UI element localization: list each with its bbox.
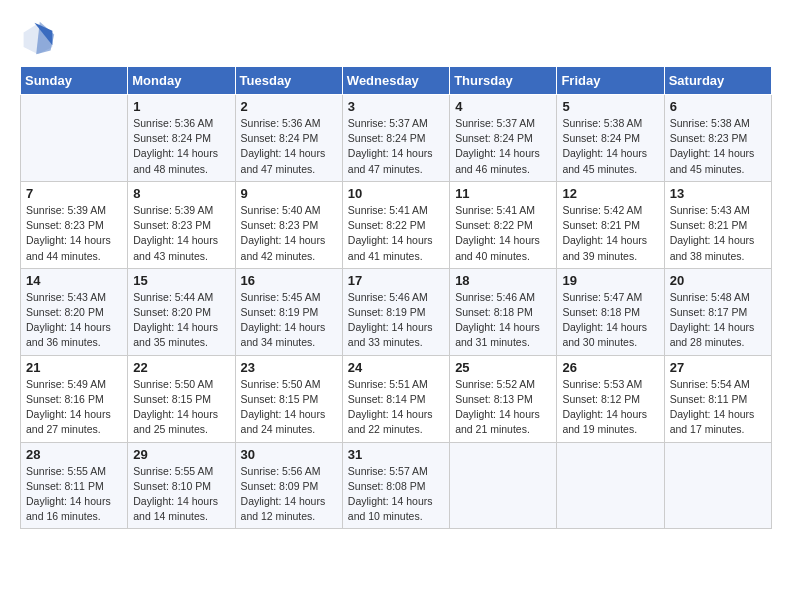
calendar-cell: 23Sunrise: 5:50 AM Sunset: 8:15 PM Dayli… [235, 355, 342, 442]
day-info: Sunrise: 5:38 AM Sunset: 8:23 PM Dayligh… [670, 116, 766, 177]
day-info: Sunrise: 5:53 AM Sunset: 8:12 PM Dayligh… [562, 377, 658, 438]
calendar-cell: 29Sunrise: 5:55 AM Sunset: 8:10 PM Dayli… [128, 442, 235, 529]
day-info: Sunrise: 5:46 AM Sunset: 8:19 PM Dayligh… [348, 290, 444, 351]
calendar-cell: 5Sunrise: 5:38 AM Sunset: 8:24 PM Daylig… [557, 95, 664, 182]
day-number: 18 [455, 273, 551, 288]
calendar-cell: 22Sunrise: 5:50 AM Sunset: 8:15 PM Dayli… [128, 355, 235, 442]
day-info: Sunrise: 5:44 AM Sunset: 8:20 PM Dayligh… [133, 290, 229, 351]
day-number: 12 [562, 186, 658, 201]
day-number: 13 [670, 186, 766, 201]
day-number: 22 [133, 360, 229, 375]
calendar-cell: 8Sunrise: 5:39 AM Sunset: 8:23 PM Daylig… [128, 181, 235, 268]
calendar-cell [450, 442, 557, 529]
calendar-cell [557, 442, 664, 529]
day-info: Sunrise: 5:49 AM Sunset: 8:16 PM Dayligh… [26, 377, 122, 438]
day-info: Sunrise: 5:54 AM Sunset: 8:11 PM Dayligh… [670, 377, 766, 438]
day-info: Sunrise: 5:57 AM Sunset: 8:08 PM Dayligh… [348, 464, 444, 525]
day-info: Sunrise: 5:36 AM Sunset: 8:24 PM Dayligh… [133, 116, 229, 177]
day-number: 19 [562, 273, 658, 288]
calendar-cell: 10Sunrise: 5:41 AM Sunset: 8:22 PM Dayli… [342, 181, 449, 268]
day-number: 11 [455, 186, 551, 201]
calendar-cell: 13Sunrise: 5:43 AM Sunset: 8:21 PM Dayli… [664, 181, 771, 268]
logo-icon [20, 20, 56, 56]
day-info: Sunrise: 5:55 AM Sunset: 8:11 PM Dayligh… [26, 464, 122, 525]
calendar-cell: 24Sunrise: 5:51 AM Sunset: 8:14 PM Dayli… [342, 355, 449, 442]
day-info: Sunrise: 5:40 AM Sunset: 8:23 PM Dayligh… [241, 203, 337, 264]
day-number: 30 [241, 447, 337, 462]
day-info: Sunrise: 5:41 AM Sunset: 8:22 PM Dayligh… [455, 203, 551, 264]
day-number: 16 [241, 273, 337, 288]
day-number: 10 [348, 186, 444, 201]
calendar-cell: 6Sunrise: 5:38 AM Sunset: 8:23 PM Daylig… [664, 95, 771, 182]
day-info: Sunrise: 5:36 AM Sunset: 8:24 PM Dayligh… [241, 116, 337, 177]
calendar-cell [21, 95, 128, 182]
day-number: 2 [241, 99, 337, 114]
day-info: Sunrise: 5:43 AM Sunset: 8:21 PM Dayligh… [670, 203, 766, 264]
day-number: 23 [241, 360, 337, 375]
day-info: Sunrise: 5:52 AM Sunset: 8:13 PM Dayligh… [455, 377, 551, 438]
day-number: 6 [670, 99, 766, 114]
page-header [20, 20, 772, 56]
day-info: Sunrise: 5:43 AM Sunset: 8:20 PM Dayligh… [26, 290, 122, 351]
day-info: Sunrise: 5:48 AM Sunset: 8:17 PM Dayligh… [670, 290, 766, 351]
day-number: 14 [26, 273, 122, 288]
calendar-cell: 1Sunrise: 5:36 AM Sunset: 8:24 PM Daylig… [128, 95, 235, 182]
header-day: Friday [557, 67, 664, 95]
day-number: 5 [562, 99, 658, 114]
day-info: Sunrise: 5:42 AM Sunset: 8:21 PM Dayligh… [562, 203, 658, 264]
day-number: 25 [455, 360, 551, 375]
header-day: Wednesday [342, 67, 449, 95]
calendar-cell: 28Sunrise: 5:55 AM Sunset: 8:11 PM Dayli… [21, 442, 128, 529]
header-day: Saturday [664, 67, 771, 95]
day-number: 15 [133, 273, 229, 288]
calendar-table: SundayMondayTuesdayWednesdayThursdayFrid… [20, 66, 772, 529]
day-number: 29 [133, 447, 229, 462]
header-day: Thursday [450, 67, 557, 95]
day-number: 24 [348, 360, 444, 375]
day-info: Sunrise: 5:50 AM Sunset: 8:15 PM Dayligh… [241, 377, 337, 438]
day-info: Sunrise: 5:45 AM Sunset: 8:19 PM Dayligh… [241, 290, 337, 351]
week-row: 14Sunrise: 5:43 AM Sunset: 8:20 PM Dayli… [21, 268, 772, 355]
day-number: 7 [26, 186, 122, 201]
header-day: Tuesday [235, 67, 342, 95]
calendar-cell: 17Sunrise: 5:46 AM Sunset: 8:19 PM Dayli… [342, 268, 449, 355]
calendar-cell: 11Sunrise: 5:41 AM Sunset: 8:22 PM Dayli… [450, 181, 557, 268]
calendar-cell [664, 442, 771, 529]
calendar-cell: 27Sunrise: 5:54 AM Sunset: 8:11 PM Dayli… [664, 355, 771, 442]
day-number: 27 [670, 360, 766, 375]
day-info: Sunrise: 5:37 AM Sunset: 8:24 PM Dayligh… [348, 116, 444, 177]
calendar-cell: 14Sunrise: 5:43 AM Sunset: 8:20 PM Dayli… [21, 268, 128, 355]
calendar-cell: 16Sunrise: 5:45 AM Sunset: 8:19 PM Dayli… [235, 268, 342, 355]
day-number: 20 [670, 273, 766, 288]
week-row: 21Sunrise: 5:49 AM Sunset: 8:16 PM Dayli… [21, 355, 772, 442]
calendar-cell: 12Sunrise: 5:42 AM Sunset: 8:21 PM Dayli… [557, 181, 664, 268]
day-info: Sunrise: 5:51 AM Sunset: 8:14 PM Dayligh… [348, 377, 444, 438]
week-row: 1Sunrise: 5:36 AM Sunset: 8:24 PM Daylig… [21, 95, 772, 182]
week-row: 28Sunrise: 5:55 AM Sunset: 8:11 PM Dayli… [21, 442, 772, 529]
day-number: 21 [26, 360, 122, 375]
calendar-cell: 7Sunrise: 5:39 AM Sunset: 8:23 PM Daylig… [21, 181, 128, 268]
calendar-cell: 15Sunrise: 5:44 AM Sunset: 8:20 PM Dayli… [128, 268, 235, 355]
day-number: 26 [562, 360, 658, 375]
day-info: Sunrise: 5:37 AM Sunset: 8:24 PM Dayligh… [455, 116, 551, 177]
day-number: 17 [348, 273, 444, 288]
header-day: Monday [128, 67, 235, 95]
day-number: 9 [241, 186, 337, 201]
calendar-cell: 30Sunrise: 5:56 AM Sunset: 8:09 PM Dayli… [235, 442, 342, 529]
day-info: Sunrise: 5:55 AM Sunset: 8:10 PM Dayligh… [133, 464, 229, 525]
day-info: Sunrise: 5:39 AM Sunset: 8:23 PM Dayligh… [26, 203, 122, 264]
logo [20, 20, 60, 56]
calendar-cell: 2Sunrise: 5:36 AM Sunset: 8:24 PM Daylig… [235, 95, 342, 182]
calendar-cell: 21Sunrise: 5:49 AM Sunset: 8:16 PM Dayli… [21, 355, 128, 442]
header-day: Sunday [21, 67, 128, 95]
day-info: Sunrise: 5:39 AM Sunset: 8:23 PM Dayligh… [133, 203, 229, 264]
day-info: Sunrise: 5:41 AM Sunset: 8:22 PM Dayligh… [348, 203, 444, 264]
calendar-cell: 18Sunrise: 5:46 AM Sunset: 8:18 PM Dayli… [450, 268, 557, 355]
day-number: 4 [455, 99, 551, 114]
day-info: Sunrise: 5:38 AM Sunset: 8:24 PM Dayligh… [562, 116, 658, 177]
calendar-cell: 3Sunrise: 5:37 AM Sunset: 8:24 PM Daylig… [342, 95, 449, 182]
calendar-cell: 26Sunrise: 5:53 AM Sunset: 8:12 PM Dayli… [557, 355, 664, 442]
day-number: 1 [133, 99, 229, 114]
day-info: Sunrise: 5:47 AM Sunset: 8:18 PM Dayligh… [562, 290, 658, 351]
calendar-cell: 25Sunrise: 5:52 AM Sunset: 8:13 PM Dayli… [450, 355, 557, 442]
